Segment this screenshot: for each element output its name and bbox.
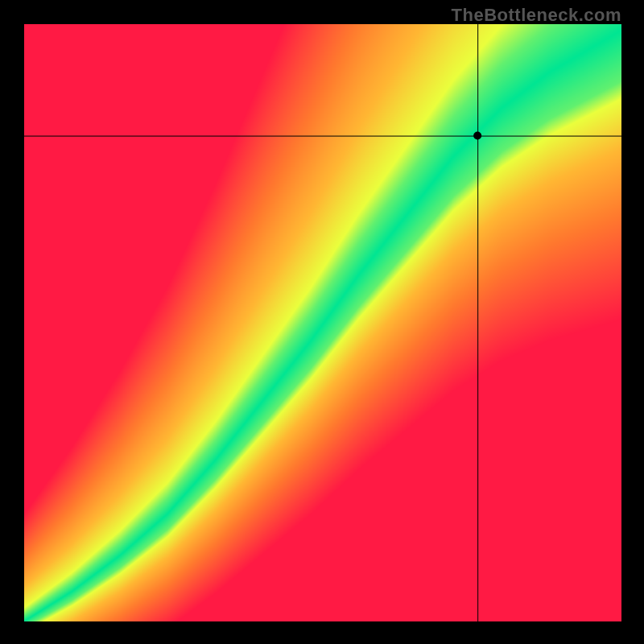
bottleneck-heatmap	[24, 24, 621, 621]
chart-container: TheBottleneck.com	[0, 0, 644, 644]
watermark-text: TheBottleneck.com	[452, 5, 621, 26]
